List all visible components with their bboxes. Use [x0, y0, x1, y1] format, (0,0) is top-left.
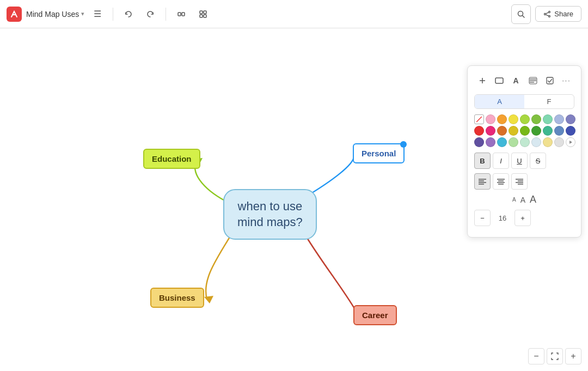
svg-rect-3	[204, 11, 206, 14]
color-swatch-lightgray[interactable]	[554, 137, 564, 147]
tab-a[interactable]: A	[475, 95, 524, 108]
panel-icons-row: A ···	[474, 72, 574, 89]
svg-line-25	[476, 117, 482, 122]
svg-point-10	[549, 15, 550, 17]
align-row	[474, 173, 574, 190]
text-size-medium[interactable]: A	[520, 196, 525, 204]
font-size-row: − 16 +	[474, 210, 574, 226]
svg-marker-15	[204, 296, 213, 303]
svg-line-12	[546, 14, 549, 15]
format-panel: A ··· A F	[467, 65, 581, 238]
color-swatch-purple[interactable]	[566, 114, 575, 124]
color-swatch-ice[interactable]	[531, 137, 541, 147]
format-row: B I U S	[474, 153, 574, 169]
color-swatch-crimson[interactable]	[486, 126, 495, 136]
career-node[interactable]: Career	[353, 305, 397, 325]
bold-button[interactable]: B	[474, 153, 491, 169]
color-swatch-cyan[interactable]	[497, 137, 507, 147]
color-swatch-orange[interactable]	[497, 114, 507, 124]
svg-rect-2	[200, 11, 203, 14]
canvas[interactable]: when to use mind maps? Education Persona…	[0, 28, 588, 371]
color-swatch-mint[interactable]	[520, 137, 530, 147]
svg-rect-4	[200, 15, 203, 17]
color-swatch-amber[interactable]	[497, 126, 507, 136]
color-swatch-red[interactable]	[474, 126, 484, 136]
underline-button[interactable]: U	[511, 153, 528, 169]
color-swatch-olivgreen[interactable]	[520, 126, 530, 136]
search-button[interactable]	[511, 4, 531, 24]
svg-rect-24	[547, 77, 553, 84]
share-button[interactable]: Share	[535, 6, 581, 22]
color-swatch-lightblue[interactable]	[554, 114, 564, 124]
color-swatch-teal[interactable]	[543, 114, 553, 124]
align-center-button[interactable]	[493, 173, 509, 190]
color-swatch-darkgreen[interactable]	[531, 126, 541, 136]
divider-2	[166, 8, 166, 21]
center-node[interactable]: when to use mind maps?	[223, 189, 317, 240]
zoom-fit-button[interactable]	[547, 348, 563, 364]
undo-button[interactable]	[120, 5, 137, 23]
font-size-minus[interactable]: −	[474, 210, 491, 226]
color-grid	[474, 114, 574, 147]
redo-button[interactable]	[142, 5, 159, 23]
toolbar-right: Share	[511, 4, 581, 24]
svg-rect-19	[495, 78, 503, 83]
education-label: Education	[152, 154, 192, 163]
personal-node[interactable]: Personal	[353, 143, 405, 163]
color-swatch-gold[interactable]	[509, 126, 518, 136]
expand-button[interactable]	[194, 5, 212, 23]
text-size-large[interactable]: A	[530, 194, 536, 205]
fit-view-button[interactable]	[173, 5, 190, 23]
panel-tabs: A F	[474, 94, 574, 109]
svg-point-8	[549, 11, 550, 13]
share-label: Share	[554, 10, 573, 18]
svg-rect-5	[204, 15, 206, 17]
doc-title-text: Mind Map Uses	[26, 10, 79, 19]
text-size-small[interactable]: A	[512, 197, 516, 203]
color-swatch-steel[interactable]	[554, 126, 564, 136]
zoom-controls: − +	[528, 348, 581, 364]
italic-button[interactable]: I	[493, 153, 509, 169]
panel-add-button[interactable]	[474, 72, 490, 89]
color-swatch-seafoam[interactable]	[543, 126, 553, 136]
personal-label: Personal	[362, 149, 396, 158]
color-swatch-violet[interactable]	[474, 137, 484, 147]
education-node[interactable]: Education	[143, 149, 200, 169]
panel-more-button[interactable]: ···	[559, 72, 574, 89]
panel-text-button[interactable]: A	[508, 72, 524, 89]
font-size-display: 16	[493, 214, 512, 222]
tab-f[interactable]: F	[524, 95, 574, 108]
center-line2: mind maps?	[237, 215, 303, 229]
strikethrough-button[interactable]: S	[530, 153, 546, 169]
doc-title-button[interactable]: Mind Map Uses ▾	[26, 10, 84, 19]
color-swatch-yellow[interactable]	[509, 114, 518, 124]
color-swatch-empty[interactable]	[474, 114, 484, 124]
color-swatch-navy[interactable]	[566, 126, 575, 136]
svg-line-11	[546, 12, 549, 13]
align-left-button[interactable]	[474, 173, 491, 190]
svg-marker-26	[569, 141, 572, 144]
svg-rect-0	[178, 13, 181, 16]
zoom-in-button[interactable]: +	[565, 348, 581, 364]
color-swatch-palegreen[interactable]	[509, 137, 518, 147]
divider-1	[113, 8, 113, 21]
color-swatch-green[interactable]	[531, 114, 541, 124]
center-line1: when to use	[238, 199, 303, 213]
color-swatch-more[interactable]	[566, 137, 575, 147]
toolbar: Mind Map Uses ▾ ☰ Share	[0, 0, 588, 28]
panel-check-button[interactable]	[542, 72, 558, 89]
svg-point-9	[544, 13, 546, 15]
panel-style-button[interactable]	[525, 72, 541, 89]
color-swatch-lime[interactable]	[520, 114, 530, 124]
font-size-plus[interactable]: +	[514, 210, 531, 226]
menu-button[interactable]: ☰	[89, 5, 106, 23]
zoom-out-button[interactable]: −	[528, 348, 544, 364]
chevron-down-icon: ▾	[81, 10, 84, 17]
color-swatch-cream[interactable]	[543, 137, 553, 147]
svg-rect-1	[182, 13, 185, 16]
color-swatch-pink[interactable]	[486, 114, 495, 124]
color-swatch-lavender[interactable]	[486, 137, 495, 147]
panel-rect-button[interactable]	[491, 72, 507, 89]
align-right-button[interactable]	[511, 173, 528, 190]
business-node[interactable]: Business	[150, 288, 204, 308]
